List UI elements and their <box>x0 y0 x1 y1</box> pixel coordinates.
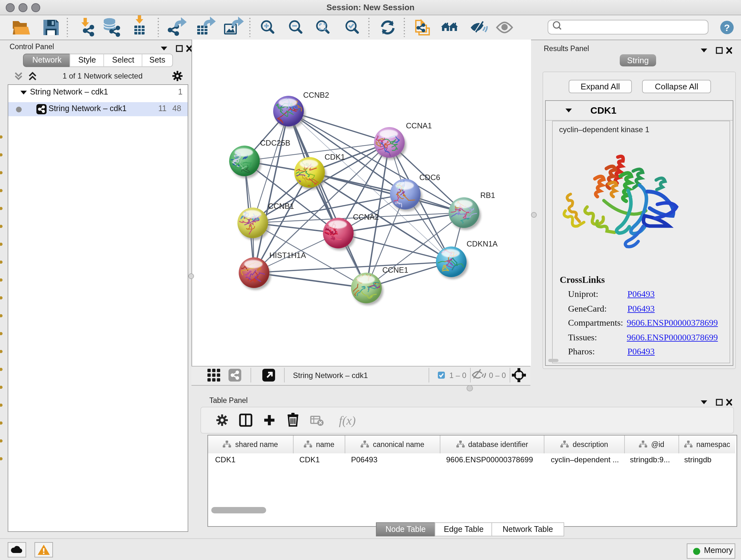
svg-text:CDK1: CDK1 <box>325 152 345 161</box>
svg-text:f(x): f(x) <box>339 414 356 428</box>
svg-text:RB1: RB1 <box>480 191 495 199</box>
svg-text:CCNE1: CCNE1 <box>382 266 408 274</box>
svg-text:CCNB1: CCNB1 <box>268 202 294 210</box>
svg-text:CDKN1A: CDKN1A <box>467 240 497 248</box>
svg-text:CCNB2: CCNB2 <box>303 91 329 99</box>
svg-text:CDC6: CDC6 <box>419 173 440 182</box>
svg-text:0 – 0: 0 – 0 <box>489 371 506 380</box>
svg-text:CDC25B: CDC25B <box>260 138 290 147</box>
svg-text:1 – 0: 1 – 0 <box>449 371 466 380</box>
svg-text:CCNA2: CCNA2 <box>353 212 379 221</box>
svg-text:HIST1H1A: HIST1H1A <box>269 251 306 260</box>
svg-text:?: ? <box>724 22 730 33</box>
svg-text:CCNA1: CCNA1 <box>406 121 432 130</box>
